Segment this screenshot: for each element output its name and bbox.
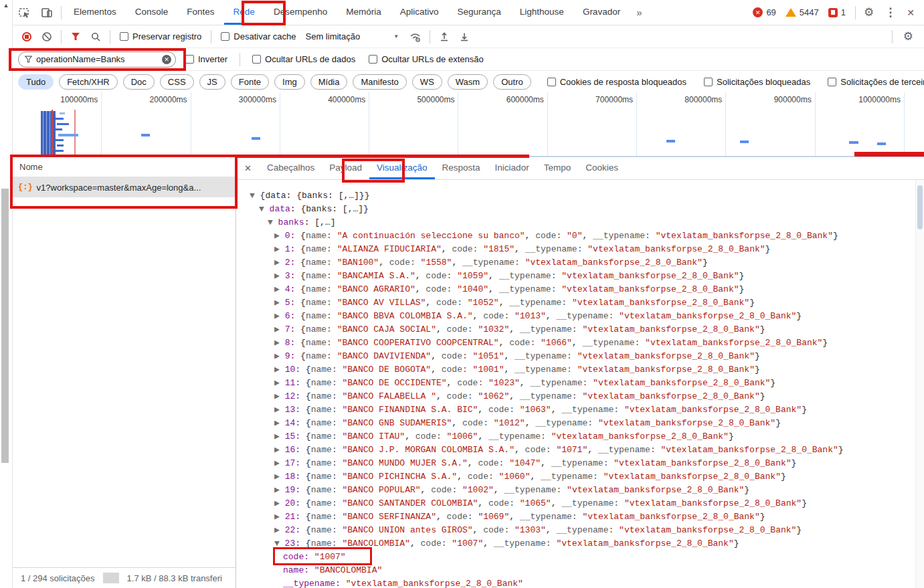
export-har-icon[interactable]: [456, 28, 473, 45]
type-filter-chip[interactable]: CSS: [160, 74, 194, 90]
kebab-menu-icon[interactable]: ⋮: [879, 0, 901, 25]
bank-entry-row[interactable]: ▶ 5: {name: "BANCO AV VILLAS", code: "10…: [236, 296, 924, 310]
more-tabs-chevron-icon[interactable]: »: [630, 0, 648, 25]
scroll-up-arrow-icon[interactable]: ▲: [0, 0, 12, 9]
issues-badge[interactable]: 1: [828, 7, 846, 17]
bank-entry-row[interactable]: ▶ 22: {name: "BANCO UNION antes GIROS", …: [236, 524, 924, 537]
throttling-select[interactable]: Sem limitação ▼: [303, 31, 405, 41]
bank-entry-row[interactable]: ▶ 15: {name: "BANCO ITAU", code: "1006",…: [236, 430, 924, 444]
blocked-filter-box[interactable]: [704, 78, 713, 86]
collapsed-arrow-icon[interactable]: ▶: [274, 498, 285, 508]
collapsed-arrow-icon[interactable]: ▶: [274, 311, 285, 321]
bank-entry-row[interactable]: ▶ 17: {name: "BANCO MUNDO MUJER S.A.", c…: [236, 457, 924, 470]
hide-data-urls-checkbox[interactable]: Ocultar URLs de dados: [248, 54, 359, 64]
bank-entry-row[interactable]: ▶ 14: {name: "BANCO GNB SUDAMERIS", code…: [236, 417, 924, 430]
type-filter-chip[interactable]: Tudo: [18, 74, 54, 90]
blocked-filter-checkbox[interactable]: Solicitações bloqueadas: [700, 77, 814, 87]
preview-scrollbar-thumb[interactable]: [917, 185, 923, 229]
bank-entry-row[interactable]: ▶ 11: {name: "BANCO DE OCCIDENTE", code:…: [236, 377, 924, 390]
collapsed-arrow-icon[interactable]: ▶: [274, 512, 285, 522]
collapsed-arrow-icon[interactable]: ▶: [274, 378, 285, 388]
bank-entry-row[interactable]: ▶ 16: {name: "BANCO J.P. MORGAN COLOMBIA…: [236, 444, 924, 457]
blocked-filter-box[interactable]: [828, 78, 836, 86]
bank-entry-row[interactable]: ▶ 0: {name: "A continuación seleccione s…: [236, 229, 924, 243]
collapsed-arrow-icon[interactable]: ▶: [274, 365, 285, 375]
type-filter-chip[interactable]: Fetch/XHR: [59, 74, 118, 90]
filter-input-pill[interactable]: ✕: [18, 52, 176, 68]
hide-data-urls-box[interactable]: [252, 55, 261, 64]
bank-entry-row[interactable]: ▶ 7: {name: "BANCO CAJA SOCIAL", code: "…: [236, 323, 924, 336]
bank-entry-row[interactable]: ▶ 9: {name: "BANCO DAVIVIENDA", code: "1…: [236, 350, 924, 363]
tree-root-row[interactable]: ▼ {data: {banks: [,…]}}: [236, 189, 924, 203]
collapsed-arrow-icon[interactable]: ▶: [274, 324, 285, 334]
collapsed-arrow-icon[interactable]: ▶: [274, 458, 285, 468]
detail-tab[interactable]: Visualização: [369, 157, 435, 179]
devtools-tab[interactable]: Memória: [337, 0, 391, 25]
bank-entry-row[interactable]: ▶ 6: {name: "BANCO BBVA COLOMBIA S.A.", …: [236, 310, 924, 323]
type-filter-chip[interactable]: Wasm: [448, 74, 488, 90]
search-icon[interactable]: [87, 28, 104, 45]
detail-tab[interactable]: Iniciador: [488, 157, 537, 179]
invert-filter-checkbox[interactable]: Inverter: [181, 54, 232, 64]
expanded-arrow-icon[interactable]: ▼: [259, 204, 270, 214]
devtools-tab[interactable]: Elementos: [64, 0, 126, 25]
network-settings-gear-icon[interactable]: ⚙: [898, 29, 919, 43]
bank-entry-row-expanded[interactable]: ▼ 23: {name: "BANCOLOMBIA", code: "1007"…: [236, 537, 924, 551]
request-row[interactable]: {:} v1?workspace=master&maxAge=long&a...: [13, 177, 236, 197]
close-detail-icon[interactable]: ✕: [236, 157, 260, 179]
hide-extension-urls-checkbox[interactable]: Ocultar URLs de extensão: [365, 54, 487, 64]
bank-entry-row[interactable]: ▶ 20: {name: "BANCO SANTANDER COLOMBIA",…: [236, 497, 924, 510]
detail-tab[interactable]: Cookies: [578, 157, 626, 179]
collapsed-arrow-icon[interactable]: ▶: [274, 244, 285, 254]
bank-entry-row[interactable]: ▶ 3: {name: "BANCAMIA S.A.", code: "1059…: [236, 270, 924, 283]
clear-filter-icon[interactable]: ✕: [162, 55, 171, 64]
blocked-filter-box[interactable]: [547, 78, 556, 86]
expanded-arrow-icon[interactable]: ▼: [268, 217, 278, 227]
devtools-tab[interactable]: Console: [126, 0, 178, 25]
collapsed-arrow-icon[interactable]: ▶: [274, 298, 285, 308]
detail-tab[interactable]: Cabeçalhos: [260, 157, 322, 179]
collapsed-arrow-icon[interactable]: ▶: [274, 338, 285, 348]
devtools-tab[interactable]: Gravador: [573, 0, 630, 25]
preserve-log-checkbox[interactable]: Preservar registro: [116, 31, 205, 41]
collapsed-arrow-icon[interactable]: ▶: [274, 472, 285, 482]
bank-code-property-row[interactable]: code: "1007": [236, 551, 924, 564]
collapsed-arrow-icon[interactable]: ▶: [274, 271, 285, 281]
network-conditions-icon[interactable]: [407, 28, 424, 45]
page-scrollbar[interactable]: ▲: [0, 0, 12, 588]
detail-tab[interactable]: Resposta: [435, 157, 488, 179]
filter-icon[interactable]: [67, 28, 84, 45]
settings-gear-icon[interactable]: ⚙: [858, 0, 879, 25]
network-overview[interactable]: 100000ms200000ms300000ms400000ms500000ms…: [13, 92, 924, 157]
detail-tab[interactable]: Payload: [322, 157, 369, 179]
preview-scrollbar[interactable]: [915, 180, 924, 588]
bank-entry-row[interactable]: ▶ 18: {name: "BANCO PICHINCHA S.A.", cod…: [236, 470, 924, 484]
invert-box[interactable]: [185, 55, 194, 64]
detail-tab[interactable]: Tempo: [537, 157, 579, 179]
disable-cache-box[interactable]: [221, 32, 229, 41]
collapsed-arrow-icon[interactable]: ▶: [274, 231, 285, 241]
type-filter-chip[interactable]: Img: [274, 74, 305, 90]
preserve-log-box[interactable]: [120, 32, 128, 41]
type-filter-chip[interactable]: JS: [199, 74, 225, 90]
bank-entry-row[interactable]: ▶ 1: {name: "ALIANZA FIDUCIARIA", code: …: [236, 243, 924, 256]
page-scrollbar-thumb[interactable]: [1, 189, 9, 463]
collapsed-arrow-icon[interactable]: ▶: [274, 525, 285, 535]
warnings-badge[interactable]: 5447: [786, 7, 819, 17]
devtools-tab[interactable]: Segurança: [448, 0, 511, 25]
type-filter-chip[interactable]: WS: [412, 74, 442, 90]
collapsed-arrow-icon[interactable]: ▶: [274, 391, 285, 401]
expanded-arrow-icon[interactable]: ▼: [250, 191, 260, 201]
devtools-tab[interactable]: Desempenho: [264, 0, 337, 25]
clear-network-log-icon[interactable]: [38, 28, 56, 45]
import-har-icon[interactable]: [436, 28, 453, 45]
collapsed-arrow-icon[interactable]: ▶: [274, 431, 285, 442]
name-column-header[interactable]: Nome: [13, 157, 236, 177]
bank-entry-row[interactable]: ▶ 21: {name: "BANCO SERFINANZA", code: "…: [236, 510, 924, 524]
bank-entry-row[interactable]: ▶ 13: {name: "BANCO FINANDINA S.A. BIC",…: [236, 403, 924, 417]
type-filter-chip[interactable]: Manifesto: [353, 74, 406, 90]
record-network-log-icon[interactable]: [18, 28, 35, 45]
bank-entry-row[interactable]: ▶ 8: {name: "BANCO COOPERATIVO COOPCENTR…: [236, 336, 924, 350]
blocked-filter-checkbox[interactable]: Solicitações de terceiros: [824, 77, 924, 87]
tree-banks-row[interactable]: ▼ banks: [,…]: [236, 216, 924, 229]
